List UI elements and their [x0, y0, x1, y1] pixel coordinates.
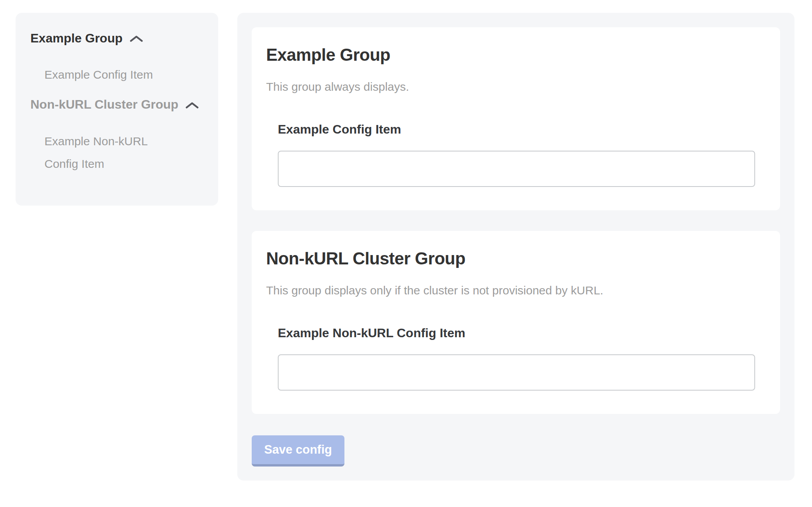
save-config-button[interactable]: Save config — [252, 435, 344, 467]
group-title: Example Group — [266, 45, 766, 65]
sidebar-item-example-non-kurl-config-item[interactable]: Example Non-kURL Config Item — [44, 130, 173, 175]
example-non-kurl-config-item-input[interactable] — [278, 354, 755, 391]
config-item-example-non-kurl-config-item: Example Non-kURL Config Item — [278, 326, 755, 391]
chevron-up-icon — [130, 35, 143, 43]
sidebar-group-label: Non-kURL Cluster Group — [30, 97, 178, 112]
config-group-card-example-group: Example Group This group always displays… — [252, 27, 780, 210]
config-item-label: Example Config Item — [278, 122, 755, 137]
config-page: Example Group Example Config Item Non-kU… — [0, 0, 812, 481]
sidebar-group-label: Example Group — [30, 31, 123, 46]
sidebar-group-non-kurl-cluster-group[interactable]: Non-kURL Cluster Group — [30, 97, 207, 112]
group-description: This group always displays. — [266, 80, 766, 94]
config-item-label: Example Non-kURL Config Item — [278, 326, 755, 340]
group-title: Non-kURL Cluster Group — [266, 249, 766, 269]
config-item-example-config-item: Example Config Item — [278, 122, 755, 187]
config-panel: Example Group This group always displays… — [237, 13, 794, 481]
sidebar-item-example-config-item[interactable]: Example Config Item — [44, 63, 173, 86]
sidebar-group-example-group[interactable]: Example Group — [30, 31, 207, 46]
sidebar-item-label: Example Non-kURL Config Item — [44, 135, 147, 170]
chevron-up-icon — [185, 102, 199, 109]
config-nav-sidebar: Example Group Example Config Item Non-kU… — [16, 13, 218, 206]
group-description: This group displays only if the cluster … — [266, 283, 766, 298]
example-config-item-input[interactable] — [278, 151, 755, 187]
config-group-card-non-kurl-cluster-group: Non-kURL Cluster Group This group displa… — [252, 231, 780, 414]
sidebar-item-label: Example Config Item — [44, 68, 153, 81]
